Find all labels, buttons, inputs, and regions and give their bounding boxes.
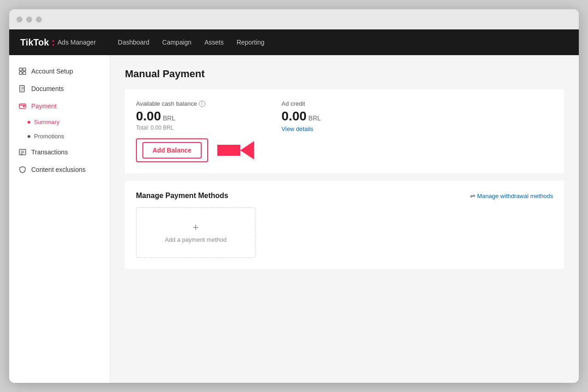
- sidebar-item-documents[interactable]: Documents: [9, 80, 110, 97]
- sidebar-label-payment: Payment: [31, 102, 57, 110]
- app-container: TikTok : Ads Manager Dashboard Campaign …: [9, 29, 579, 383]
- add-balance-box: Add Balance: [136, 138, 208, 162]
- sidebar-subitems-payment: Summary Promotions: [9, 115, 110, 143]
- svg-rect-1: [23, 68, 26, 71]
- title-bar: [9, 9, 579, 29]
- manage-withdrawal-link[interactable]: ⇌ Manage withdrawal methods: [470, 192, 553, 199]
- topnav: TikTok : Ads Manager Dashboard Campaign …: [9, 29, 579, 55]
- dot-summary: [28, 121, 30, 124]
- brand-subtitle: Ads Manager: [57, 39, 96, 46]
- available-balance-label: Available cash balance i: [136, 100, 254, 107]
- arrow-annotation: [217, 141, 254, 159]
- svg-rect-0: [19, 68, 22, 71]
- shield-icon: [18, 165, 27, 174]
- sidebar: Account Setup Documents: [9, 55, 110, 383]
- arrows-icon: ⇌: [470, 192, 475, 199]
- nav-item-reporting[interactable]: Reporting: [237, 37, 265, 48]
- svg-rect-2: [19, 72, 22, 74]
- available-balance-amount: 0.00 BRL: [136, 109, 254, 124]
- grid-icon: [18, 67, 27, 75]
- doc-icon: [18, 85, 27, 93]
- brand-logo: TikTok : Ads Manager: [20, 37, 96, 48]
- ad-credit-amount: 0.00 BRL: [282, 109, 321, 124]
- sidebar-label-content-exclusions: Content exclusions: [31, 166, 85, 173]
- nav-item-dashboard[interactable]: Dashboard: [118, 37, 150, 48]
- sidebar-subitem-label-summary: Summary: [34, 119, 60, 125]
- arrow-body: [217, 145, 240, 156]
- sidebar-subitem-summary[interactable]: Summary: [18, 115, 110, 129]
- nav-items: Dashboard Campaign Assets Reporting: [118, 37, 265, 48]
- sidebar-label-documents: Documents: [31, 85, 64, 92]
- view-details-link[interactable]: View details: [282, 125, 321, 132]
- sidebar-item-payment[interactable]: Payment: [9, 97, 110, 115]
- traffic-light-minimize[interactable]: [26, 17, 32, 23]
- svg-rect-9: [23, 106, 25, 107]
- balance-card: Available cash balance i 0.00 BRL Total:…: [125, 89, 564, 173]
- sidebar-label-account-setup: Account Setup: [31, 68, 73, 75]
- add-balance-wrapper: Add Balance: [136, 138, 254, 162]
- plus-icon: +: [193, 222, 199, 233]
- brand-colon: :: [52, 37, 55, 48]
- svg-rect-3: [23, 72, 26, 74]
- app-window: TikTok : Ads Manager Dashboard Campaign …: [9, 9, 579, 383]
- sidebar-subitem-label-promotions: Promotions: [34, 133, 64, 140]
- add-payment-label: Add a payment method: [165, 236, 226, 243]
- balance-total: Total: 0.00 BRL: [136, 125, 254, 131]
- payment-methods-title: Manage Payment Methods: [136, 192, 228, 200]
- available-balance-section: Available cash balance i 0.00 BRL Total:…: [136, 100, 254, 162]
- main-content: Manual Payment Available cash balance i …: [110, 55, 579, 383]
- arrow-head: [240, 141, 254, 159]
- sidebar-item-transactions[interactable]: Transactions: [9, 143, 110, 161]
- brand-tiktok: TikTok: [20, 37, 49, 48]
- section-header: Manage Payment Methods ⇌ Manage withdraw…: [136, 192, 553, 200]
- add-payment-method-box[interactable]: + Add a payment method: [136, 207, 255, 258]
- main-layout: Account Setup Documents: [9, 55, 579, 383]
- list-icon: [18, 148, 27, 156]
- balance-row: Available cash balance i 0.00 BRL Total:…: [136, 100, 553, 162]
- payment-methods-card: Manage Payment Methods ⇌ Manage withdraw…: [125, 181, 564, 269]
- ad-credit-section: Ad credit 0.00 BRL View details: [282, 100, 321, 132]
- info-icon[interactable]: i: [199, 101, 205, 107]
- wallet-icon: [18, 102, 27, 110]
- sidebar-item-content-exclusions[interactable]: Content exclusions: [9, 161, 110, 178]
- page-title: Manual Payment: [125, 68, 564, 80]
- dot-promotions: [28, 135, 30, 138]
- sidebar-label-transactions: Transactions: [31, 148, 68, 156]
- add-balance-button[interactable]: Add Balance: [142, 142, 202, 159]
- sidebar-subitem-promotions[interactable]: Promotions: [18, 129, 110, 143]
- nav-item-campaign[interactable]: Campaign: [162, 37, 192, 48]
- sidebar-item-account-setup[interactable]: Account Setup: [9, 62, 110, 80]
- traffic-light-close[interactable]: [17, 17, 23, 23]
- traffic-light-maximize[interactable]: [36, 17, 42, 23]
- ad-credit-label: Ad credit: [282, 100, 321, 107]
- nav-item-assets[interactable]: Assets: [204, 37, 224, 48]
